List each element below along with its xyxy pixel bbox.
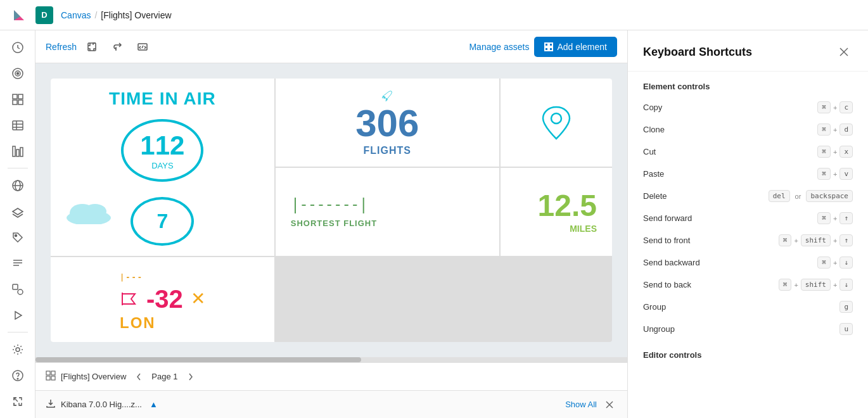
sidebar-item-help[interactable] [5,364,30,387]
shortcut-cut: Cut ⌘ + x [628,141,868,163]
flights-cell: 306 FLIGHTS [276,79,499,167]
sidebar-item-clock[interactable] [5,35,30,59]
svg-point-3 [16,72,18,74]
page-next-button[interactable] [183,369,198,384]
flights-number: 306 [355,104,419,142]
page-prev-button[interactable] [131,369,146,384]
svg-rect-7 [18,100,23,104]
shortcut-copy: Copy ⌘ + c [628,96,868,118]
location-cell [501,79,612,167]
svg-rect-5 [18,94,23,99]
shortest-flight-cell: |-------| SHORTEST FLIGHT [276,168,499,256]
shortest-flight-label: SHORTEST FLIGHT [291,218,377,228]
share-button[interactable] [107,37,127,57]
breadcrumb: Canvas / [Flights] Overview [61,10,172,20]
sidebar-divider-2 [8,332,28,332]
page-number: Page 1 [151,372,177,381]
miles-label: MILES [570,224,597,234]
toolbar: Refresh Manage [35,30,627,63]
svg-rect-30 [545,43,548,46]
canvas-content[interactable]: TIME IN AIR 112 DAYS 7 [35,63,627,357]
svg-rect-42 [51,376,55,380]
page-grid-icon [46,370,56,383]
show-all-button[interactable]: Show All [565,400,597,409]
sidebar-item-play[interactable] [5,303,30,327]
embed-button[interactable] [132,37,153,57]
sidebar-item-target[interactable] [5,61,30,85]
shortcut-send-forward: Send forward ⌘ + ↑ [628,207,868,229]
canvas-scrollbar[interactable] [35,357,627,362]
svg-marker-24 [15,312,22,319]
flag-icon [120,291,139,307]
shortcut-delete: Delete del or backspace [628,185,868,207]
manage-assets-button[interactable]: Manage assets [469,42,529,52]
main-layout: Refresh Manage [0,30,868,418]
shortcut-group: Group g [628,296,868,318]
svg-point-27 [17,378,18,379]
bottom-bar: [Flights] Overview Page 1 [35,362,627,390]
download-chevron[interactable]: ▲ [150,400,158,409]
shortcut-ungroup: Ungroup u [628,318,868,340]
sidebar-item-dashboard[interactable] [5,87,30,111]
sidebar-item-tag[interactable] [5,225,30,249]
section-editor-controls: Editor controls [628,340,868,365]
breadcrumb-root[interactable]: Canvas [61,10,91,20]
flights-label: FLIGHTS [363,145,411,156]
svg-point-25 [16,348,20,352]
miles-number: 12.5 [538,191,597,221]
refresh-button[interactable]: Refresh [46,42,77,52]
location-icon [540,104,572,142]
svg-point-18 [15,234,16,236]
fullscreen-button[interactable] [82,37,102,57]
sidebar-item-globe[interactable] [5,174,30,197]
left-sidebar [0,30,35,418]
sidebar-item-settings[interactable] [5,338,30,361]
add-element-button[interactable]: Add element [534,37,617,57]
download-bar: Kibana 7.0.0 Hig....z... ▲ Show All [35,390,627,418]
breadcrumb-sep: / [94,10,97,20]
svg-rect-28 [88,43,96,51]
sidebar-item-shapes[interactable] [5,277,30,301]
svg-rect-22 [13,284,18,289]
sidebar-item-expand[interactable] [5,390,30,413]
svg-rect-33 [549,48,552,51]
small-circle-metric: 7 [131,197,194,246]
svg-rect-39 [46,371,50,375]
section-element-controls: Element controls [628,72,868,96]
sidebar-item-layers[interactable] [5,200,30,223]
lon-text: |--- [120,267,205,284]
svg-rect-12 [13,146,15,156]
shortcut-send-to-front: Send to front ⌘ + shift + ↑ [628,229,868,251]
svg-rect-31 [549,43,552,46]
svg-rect-41 [46,376,50,380]
shortcut-paste: Paste ⌘ + v [628,163,868,185]
shortcuts-close-button[interactable] [835,43,853,61]
miles-cell: 12.5 MILES [501,168,612,256]
shortcut-send-to-back: Send to back ⌘ + shift + ↓ [628,274,868,296]
x-icon: ✕ [191,290,205,308]
user-avatar[interactable]: D [35,6,53,24]
time-in-air-cell: TIME IN AIR 112 DAYS 7 [51,79,274,256]
download-close-button[interactable] [602,397,617,412]
svg-rect-40 [51,371,55,375]
svg-rect-13 [16,149,19,156]
canvas-scrollbar-thumb[interactable] [35,357,361,362]
svg-rect-32 [545,48,548,51]
shortcuts-panel: Keyboard Shortcuts Element controls Copy… [627,30,868,418]
download-icon [46,398,56,411]
sidebar-item-text[interactable] [5,251,30,275]
canvas-wrapper: Refresh Manage [35,30,627,418]
sidebar-item-table[interactable] [5,113,30,137]
airplane-icon [368,89,406,102]
svg-rect-8 [13,121,23,130]
topbar: D Canvas / [Flights] Overview [0,0,868,30]
neg-sign: - [146,285,155,313]
shortcut-send-backward: Send backward ⌘ + ↓ [628,251,868,274]
breadcrumb-current: [Flights] Overview [101,10,171,20]
svg-point-23 [18,289,23,294]
time-in-air-title: TIME IN AIR [109,89,216,109]
sidebar-item-chart[interactable] [5,139,30,163]
dashboard-grid: TIME IN AIR 112 DAYS 7 [51,79,612,342]
shortcuts-header: Keyboard Shortcuts [628,30,868,72]
svg-point-37 [551,113,561,124]
